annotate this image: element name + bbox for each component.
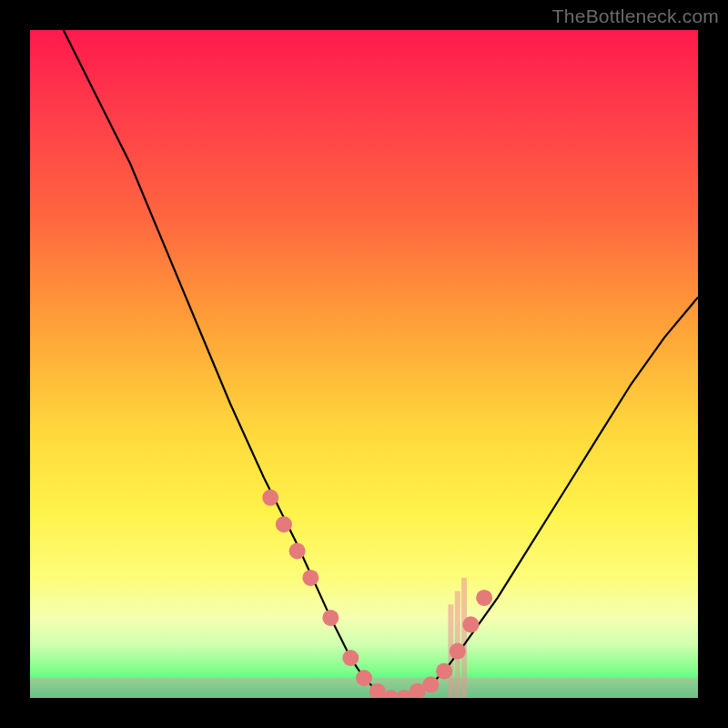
highlight-dot xyxy=(262,490,278,506)
tall-marker xyxy=(461,578,467,698)
plot-area xyxy=(30,30,698,698)
highlight-dot xyxy=(436,663,452,680)
chart-frame: TheBottleneck.com xyxy=(0,0,728,728)
bottleneck-curve xyxy=(64,30,698,698)
curve-svg xyxy=(30,30,698,698)
highlight-dot xyxy=(450,643,466,660)
highlight-dot xyxy=(302,570,318,586)
highlight-dot xyxy=(322,610,339,626)
highlight-dot xyxy=(422,676,439,693)
highlight-dot xyxy=(289,543,306,560)
highlight-dot xyxy=(276,516,292,532)
highlight-dot xyxy=(342,650,359,666)
watermark-text: TheBottleneck.com xyxy=(552,5,719,27)
highlight-dot xyxy=(356,670,372,686)
highlight-dot xyxy=(476,590,492,606)
highlight-dot xyxy=(462,616,479,632)
